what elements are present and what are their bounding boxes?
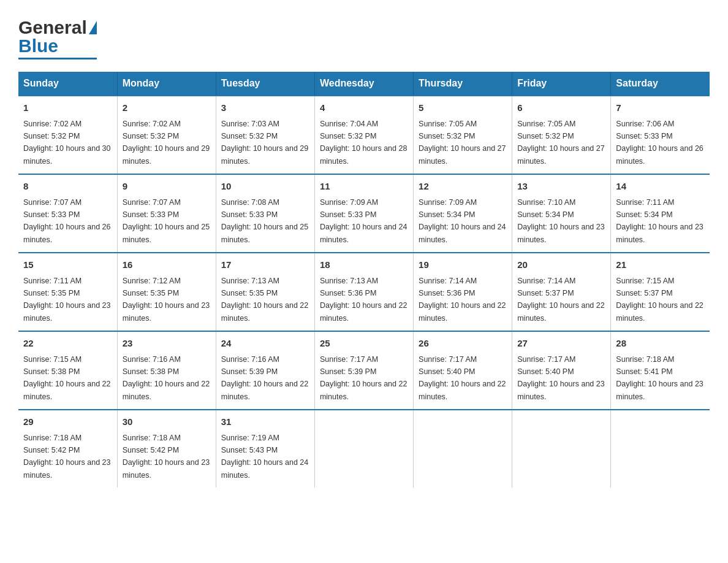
calendar-day-cell: 14 Sunrise: 7:11 AMSunset: 5:34 PMDaylig… <box>611 174 710 253</box>
day-of-week-header: Friday <box>512 72 611 96</box>
day-number: 7 <box>616 101 705 115</box>
calendar-table: SundayMondayTuesdayWednesdayThursdayFrid… <box>18 72 710 488</box>
calendar-day-cell: 13 Sunrise: 7:10 AMSunset: 5:34 PMDaylig… <box>512 174 611 253</box>
calendar-day-cell: 15 Sunrise: 7:11 AMSunset: 5:35 PMDaylig… <box>18 253 117 331</box>
calendar-day-cell: 8 Sunrise: 7:07 AMSunset: 5:33 PMDayligh… <box>18 174 117 253</box>
calendar-day-cell: 18 Sunrise: 7:13 AMSunset: 5:36 PMDaylig… <box>314 253 413 331</box>
day-info: Sunrise: 7:19 AMSunset: 5:43 PMDaylight:… <box>221 434 308 480</box>
day-number: 26 <box>419 337 507 351</box>
day-info: Sunrise: 7:12 AMSunset: 5:35 PMDaylight:… <box>123 277 210 323</box>
day-number: 25 <box>320 337 408 351</box>
day-number: 15 <box>23 258 112 272</box>
calendar-day-cell: 27 Sunrise: 7:17 AMSunset: 5:40 PMDaylig… <box>512 331 611 410</box>
logo-underline <box>18 58 97 59</box>
day-number: 16 <box>123 258 211 272</box>
day-info: Sunrise: 7:18 AMSunset: 5:41 PMDaylight:… <box>616 355 703 401</box>
calendar-day-cell: 16 Sunrise: 7:12 AMSunset: 5:35 PMDaylig… <box>117 253 216 331</box>
calendar-day-cell: 4 Sunrise: 7:04 AMSunset: 5:32 PMDayligh… <box>314 96 413 174</box>
day-number: 22 <box>23 337 112 351</box>
day-number: 24 <box>221 337 309 351</box>
calendar-day-cell: 26 Sunrise: 7:17 AMSunset: 5:40 PMDaylig… <box>414 331 512 410</box>
calendar-day-cell: 2 Sunrise: 7:02 AMSunset: 5:32 PMDayligh… <box>117 96 216 174</box>
day-info: Sunrise: 7:07 AMSunset: 5:33 PMDaylight:… <box>23 198 110 244</box>
day-info: Sunrise: 7:17 AMSunset: 5:39 PMDaylight:… <box>320 355 407 401</box>
calendar-day-cell: 31 Sunrise: 7:19 AMSunset: 5:43 PMDaylig… <box>216 410 314 488</box>
day-info: Sunrise: 7:18 AMSunset: 5:42 PMDaylight:… <box>23 434 110 480</box>
logo-general: General <box>18 18 87 37</box>
day-number: 14 <box>616 180 705 194</box>
calendar-day-cell: 1 Sunrise: 7:02 AMSunset: 5:32 PMDayligh… <box>18 96 117 174</box>
day-number: 30 <box>123 415 211 429</box>
day-number: 20 <box>517 258 605 272</box>
day-number: 17 <box>221 258 309 272</box>
day-info: Sunrise: 7:02 AMSunset: 5:32 PMDaylight:… <box>23 120 110 166</box>
day-info: Sunrise: 7:15 AMSunset: 5:37 PMDaylight:… <box>616 277 703 323</box>
day-number: 13 <box>517 180 605 194</box>
day-of-week-header: Sunday <box>18 72 117 96</box>
calendar-day-cell: 25 Sunrise: 7:17 AMSunset: 5:39 PMDaylig… <box>314 331 413 410</box>
calendar-week-row: 1 Sunrise: 7:02 AMSunset: 5:32 PMDayligh… <box>18 96 710 174</box>
day-number: 28 <box>616 337 705 351</box>
day-info: Sunrise: 7:09 AMSunset: 5:34 PMDaylight:… <box>419 198 506 244</box>
calendar-day-cell: 6 Sunrise: 7:05 AMSunset: 5:32 PMDayligh… <box>512 96 611 174</box>
day-info: Sunrise: 7:11 AMSunset: 5:34 PMDaylight:… <box>616 198 703 244</box>
day-info: Sunrise: 7:06 AMSunset: 5:33 PMDaylight:… <box>616 120 703 166</box>
day-number: 5 <box>419 101 507 115</box>
day-number: 21 <box>616 258 705 272</box>
calendar-day-cell: 17 Sunrise: 7:13 AMSunset: 5:35 PMDaylig… <box>216 253 314 331</box>
calendar-day-cell: 7 Sunrise: 7:06 AMSunset: 5:33 PMDayligh… <box>611 96 710 174</box>
day-info: Sunrise: 7:11 AMSunset: 5:35 PMDaylight:… <box>23 277 110 323</box>
day-of-week-header: Wednesday <box>314 72 413 96</box>
day-number: 8 <box>23 180 112 194</box>
day-info: Sunrise: 7:16 AMSunset: 5:39 PMDaylight:… <box>221 355 308 401</box>
calendar-day-cell: 10 Sunrise: 7:08 AMSunset: 5:33 PMDaylig… <box>216 174 314 253</box>
day-info: Sunrise: 7:07 AMSunset: 5:33 PMDaylight:… <box>123 198 210 244</box>
day-number: 9 <box>123 180 211 194</box>
day-info: Sunrise: 7:03 AMSunset: 5:32 PMDaylight:… <box>221 120 308 166</box>
calendar-week-row: 15 Sunrise: 7:11 AMSunset: 5:35 PMDaylig… <box>18 253 710 331</box>
day-number: 23 <box>123 337 211 351</box>
day-number: 11 <box>320 180 408 194</box>
calendar-day-cell: 11 Sunrise: 7:09 AMSunset: 5:33 PMDaylig… <box>314 174 413 253</box>
calendar-day-cell: 19 Sunrise: 7:14 AMSunset: 5:36 PMDaylig… <box>414 253 512 331</box>
day-number: 3 <box>221 101 309 115</box>
day-number: 31 <box>221 415 309 429</box>
day-number: 1 <box>23 101 112 115</box>
day-of-week-header: Monday <box>117 72 216 96</box>
day-info: Sunrise: 7:05 AMSunset: 5:32 PMDaylight:… <box>517 120 604 166</box>
day-of-week-header: Thursday <box>414 72 512 96</box>
logo-blue: Blue <box>18 36 58 56</box>
calendar-week-row: 8 Sunrise: 7:07 AMSunset: 5:33 PMDayligh… <box>18 174 710 253</box>
calendar-day-cell: 23 Sunrise: 7:16 AMSunset: 5:38 PMDaylig… <box>117 331 216 410</box>
calendar-day-cell <box>314 410 413 488</box>
day-info: Sunrise: 7:18 AMSunset: 5:42 PMDaylight:… <box>123 434 210 480</box>
calendar-header-row: SundayMondayTuesdayWednesdayThursdayFrid… <box>18 72 710 96</box>
day-info: Sunrise: 7:16 AMSunset: 5:38 PMDaylight:… <box>123 355 210 401</box>
logo-triangle-icon <box>89 21 97 34</box>
calendar-week-row: 29 Sunrise: 7:18 AMSunset: 5:42 PMDaylig… <box>18 410 710 488</box>
calendar-day-cell <box>414 410 512 488</box>
day-info: Sunrise: 7:17 AMSunset: 5:40 PMDaylight:… <box>517 355 604 401</box>
day-info: Sunrise: 7:17 AMSunset: 5:40 PMDaylight:… <box>419 355 506 401</box>
calendar-day-cell: 28 Sunrise: 7:18 AMSunset: 5:41 PMDaylig… <box>611 331 710 410</box>
day-number: 10 <box>221 180 309 194</box>
day-number: 12 <box>419 180 507 194</box>
calendar-day-cell: 24 Sunrise: 7:16 AMSunset: 5:39 PMDaylig… <box>216 331 314 410</box>
day-number: 19 <box>419 258 507 272</box>
calendar-day-cell: 3 Sunrise: 7:03 AMSunset: 5:32 PMDayligh… <box>216 96 314 174</box>
day-of-week-header: Saturday <box>611 72 710 96</box>
day-info: Sunrise: 7:10 AMSunset: 5:34 PMDaylight:… <box>517 198 604 244</box>
day-number: 6 <box>517 101 605 115</box>
calendar-day-cell: 20 Sunrise: 7:14 AMSunset: 5:37 PMDaylig… <box>512 253 611 331</box>
calendar-day-cell: 12 Sunrise: 7:09 AMSunset: 5:34 PMDaylig… <box>414 174 512 253</box>
day-info: Sunrise: 7:05 AMSunset: 5:32 PMDaylight:… <box>419 120 506 166</box>
day-number: 4 <box>320 101 408 115</box>
day-number: 29 <box>23 415 112 429</box>
calendar-day-cell: 21 Sunrise: 7:15 AMSunset: 5:37 PMDaylig… <box>611 253 710 331</box>
calendar-week-row: 22 Sunrise: 7:15 AMSunset: 5:38 PMDaylig… <box>18 331 710 410</box>
day-info: Sunrise: 7:14 AMSunset: 5:36 PMDaylight:… <box>419 277 506 323</box>
day-info: Sunrise: 7:15 AMSunset: 5:38 PMDaylight:… <box>23 355 110 401</box>
calendar-day-cell <box>512 410 611 488</box>
day-info: Sunrise: 7:14 AMSunset: 5:37 PMDaylight:… <box>517 277 604 323</box>
calendar-day-cell: 22 Sunrise: 7:15 AMSunset: 5:38 PMDaylig… <box>18 331 117 410</box>
